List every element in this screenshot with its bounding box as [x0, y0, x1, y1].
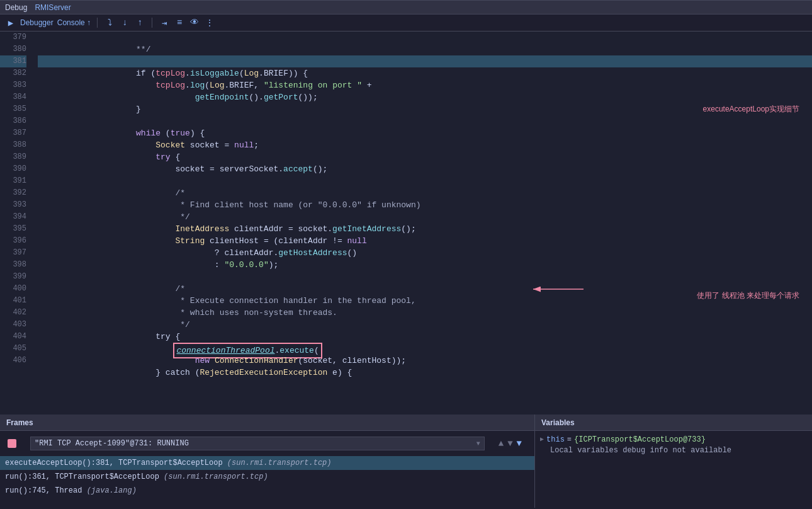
code-line-394: InetAddress clientAddr = socket.getInetA…: [38, 211, 812, 223]
console-tab[interactable]: Console ↑: [57, 18, 91, 27]
code-line-385: [38, 103, 812, 115]
code-line-389: socket = serverSocket.accept();: [38, 151, 812, 163]
editor-wrapper: 379 380 381 382 383 384 385 386 387 388 …: [0, 31, 812, 415]
code-content: **/ private void executeAcceptLoop() { i…: [31, 31, 812, 415]
line-num-392: 392: [0, 187, 26, 199]
line-num-402: 402: [0, 307, 26, 319]
code-line-388: try {: [38, 139, 812, 151]
code-line-397: : "0.0.0.0");: [38, 247, 812, 259]
var-name-this: this: [546, 433, 565, 446]
line-num-389: 389: [0, 151, 26, 163]
var-eq-this: =: [567, 433, 572, 446]
toolbar-sep1: [97, 18, 98, 28]
variables-header: Variables: [535, 415, 812, 431]
code-line-402: */: [38, 307, 812, 319]
variables-panel: Variables ▶ this = {ICPTransport$AcceptL…: [535, 415, 812, 508]
thread-label: "RMI TCP Accept-1099"@731: RUNNING: [35, 439, 473, 448]
code-line-381: if (tcpLog.isLoggable(Log.BRIEF)) {: [38, 55, 812, 67]
line-num-404: 404: [0, 331, 26, 343]
code-line-393: */: [38, 199, 812, 211]
code-line-395: String clientHost = (clientAddr != null: [38, 223, 812, 235]
code-line-384: }: [38, 91, 812, 103]
variables-title: Variables: [541, 418, 575, 427]
line-num-396: 396: [0, 235, 26, 247]
line-num-401: 401: [0, 295, 26, 307]
line-num-397: 397: [0, 247, 26, 259]
evaluate-icon[interactable]: ≡: [174, 17, 185, 28]
bottom-panel: Frames "RMI TCP Accept-1099"@731: RUNNIN…: [0, 415, 812, 508]
line-num-395: 395: [0, 223, 26, 235]
line-num-394: 394: [0, 211, 26, 223]
line-num-381: 381: [0, 55, 26, 67]
line-num-379: 379: [0, 31, 26, 43]
code-line-404: connectionThreadPool.execute(: [38, 331, 812, 343]
nav-down-btn[interactable]: ▼: [506, 437, 514, 450]
line-numbers: 379 380 381 382 383 384 385 386 387 388 …: [0, 31, 31, 415]
stack-frame-2[interactable]: run():745, Thread (java.lang): [0, 484, 534, 498]
thread-icon: [8, 439, 16, 448]
nav-up-btn[interactable]: ▲: [497, 437, 505, 450]
code-line-386: while (true) {: [38, 115, 812, 127]
code-line-392: * Find client host name (or "0.0.0.0" if…: [38, 187, 812, 199]
code-line-398: [38, 259, 812, 271]
code-line-379: **/: [38, 31, 812, 43]
frames-title: Frames: [6, 418, 33, 427]
stack-frame-1-label: run():361, TCPTransport$AcceptLoop (sun.…: [5, 472, 268, 481]
line-num-400: 400: [0, 283, 26, 295]
code-line-403: try {: [38, 319, 812, 331]
line-num-385: 385: [0, 103, 26, 115]
line-num-390: 390: [0, 163, 26, 175]
debug-label: Debug: [5, 3, 27, 12]
line-num-384: 384: [0, 91, 26, 103]
line-num-382: 382: [0, 67, 26, 79]
debug-bar: Debug RMIServer: [0, 0, 812, 14]
editor-area: 379 380 381 382 383 384 385 386 387 388 …: [0, 31, 812, 415]
code-line-387: Socket socket = null;: [38, 127, 812, 139]
line-num-405: 405: [0, 343, 26, 355]
step-into-icon[interactable]: ↓: [119, 17, 130, 28]
frames-panel: Frames "RMI TCP Accept-1099"@731: RUNNIN…: [0, 415, 535, 508]
line-num-403: 403: [0, 319, 26, 331]
var-val-this: {ICPTransport$AcceptLoop@733}: [574, 433, 706, 446]
resume-icon[interactable]: ▶: [5, 17, 16, 28]
stack-frame-1[interactable]: run():361, TCPTransport$AcceptLoop (sun.…: [0, 470, 534, 484]
step-over-icon[interactable]: ⤵: [104, 17, 115, 28]
code-line-405: new ConnectionHandler(socket, clientHost…: [38, 343, 812, 355]
step-out-icon[interactable]: ↑: [134, 17, 145, 28]
code-line-383: getEndpoint().getPort()); executeAcceptL…: [38, 79, 812, 91]
code-line-406: } catch (RejectedExecutionException e) {: [38, 355, 812, 367]
stack-frame-0[interactable]: executeAcceptLoop():381, TCPTransport$Ac…: [0, 456, 534, 470]
more-icon[interactable]: ⋮: [204, 17, 215, 28]
run-to-cursor-icon[interactable]: ⇥: [159, 17, 170, 28]
filter-btn[interactable]: ▼: [516, 437, 523, 450]
line-num-388: 388: [0, 139, 26, 151]
thread-row: "RMI TCP Accept-1099"@731: RUNNING ▼ ▲ ▼…: [3, 433, 532, 454]
code-line-396: ? clientAddr.getHostAddress(): [38, 235, 812, 247]
code-line-399: /*: [38, 271, 812, 283]
line-num-393: 393: [0, 199, 26, 211]
frames-dropdown[interactable]: "RMI TCP Accept-1099"@731: RUNNING ▼: [30, 437, 485, 450]
stack-frame-0-label: executeAcceptLoop():381, TCPTransport$Ac…: [5, 459, 332, 467]
line-num-398: 398: [0, 259, 26, 271]
toolbar-row: ▶ Debugger Console ↑ ⤵ ↓ ↑ ⇥ ≡ 👁 ⋮: [0, 14, 812, 31]
line-num-387: 387: [0, 127, 26, 139]
dropdown-arrow: ▼: [476, 440, 480, 447]
line-num-386: 386: [0, 115, 26, 127]
line-num-383: 383: [0, 79, 26, 91]
code-line-390: [38, 163, 812, 175]
var-expand-this[interactable]: ▶: [540, 433, 544, 446]
variables-content: ▶ this = {ICPTransport$AcceptLoop@733} L…: [535, 431, 812, 508]
stack-frame-2-label: run():745, Thread (java.lang): [5, 486, 137, 495]
code-line-380: private void executeAcceptLoop() {: [38, 43, 812, 55]
var-row-this: ▶ this = {ICPTransport$AcceptLoop@733}: [540, 433, 807, 446]
code-line-400: * Execute connection handler in the thre…: [38, 283, 812, 295]
watch-icon[interactable]: 👁: [189, 17, 200, 28]
code-line-391: /*: [38, 175, 812, 187]
nav-arrows: ▲ ▼ ▼: [497, 437, 523, 450]
server-tab[interactable]: RMIServer: [35, 3, 70, 12]
toolbar-sep2: [152, 18, 152, 28]
stack-frames: executeAcceptLoop():381, TCPTransport$Ac…: [0, 456, 534, 508]
line-num-399: 399: [0, 271, 26, 283]
line-num-391: 391: [0, 175, 26, 187]
debugger-tab[interactable]: Debugger: [20, 18, 54, 27]
